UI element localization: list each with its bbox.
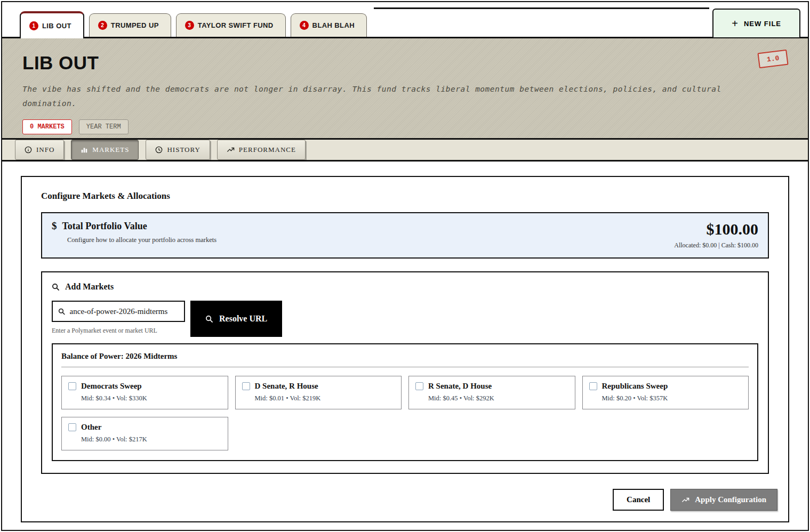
tab-markets[interactable]: MARKETS [71,140,139,160]
new-file-label: NEW FILE [744,20,781,28]
portfolio-title: Total Portfolio Value [62,221,147,232]
market-stats: Mid: $0.01 • Vol: $219K [255,394,395,402]
cancel-button[interactable]: Cancel [613,489,664,511]
tab-number-badge: 3 [185,21,194,30]
actions-row: Cancel Apply Configuration [31,489,779,511]
markets-count-badge: 0 MARKETS [22,119,72,134]
resolve-url-label: Resolve URL [219,314,267,324]
configure-markets-panel: Configure Markets & Allocations $ Total … [21,176,789,522]
market-option-card[interactable]: Other Mid: $0.00 • Vol: $217K [61,417,228,450]
file-tab-label: LIB OUT [42,22,71,30]
tab-info[interactable]: INFO [15,140,64,160]
market-name: Democrats Sweep [81,382,142,391]
apply-configuration-label: Apply Configuration [695,495,766,504]
new-file-button[interactable]: + NEW FILE [712,9,800,38]
bar-chart-icon [81,146,88,154]
tab-number-badge: 1 [29,21,38,30]
apply-configuration-button[interactable]: Apply Configuration [670,489,777,511]
market-checkbox[interactable] [68,382,76,390]
app-window: 1 LIB OUT 2 TRUMPED UP 3 TAYLOR SWIFT FU… [1,1,809,531]
trend-icon [227,146,235,154]
fund-header: LIB OUT 1.0 The vibe has shifted and the… [2,38,808,140]
market-stats: Mid: $0.45 • Vol: $292K [428,394,568,402]
tab-number-badge: 2 [98,21,107,30]
file-tab-label: TRUMPED UP [111,21,159,29]
market-checkbox[interactable] [68,423,76,431]
plus-icon: + [732,18,739,29]
market-url-group: Enter a Polymarket event or market URL [52,301,185,335]
tab-bar-divider [374,7,709,9]
fund-badge-row: 0 MARKETS YEAR TERM [22,119,788,134]
nav-label: PERFORMANCE [239,146,296,154]
tab-number-badge: 4 [300,21,309,30]
file-tab-lib-out[interactable]: 1 LIB OUT [20,11,84,38]
event-title: Balance of Power: 2026 Midterms [61,352,749,367]
market-option-card[interactable]: Democrats Sweep Mid: $0.34 • Vol: $330K [61,376,228,409]
trend-icon [681,496,689,504]
market-stats: Mid: $0.00 • Vol: $217K [81,436,221,444]
market-option-card[interactable]: D Senate, R House Mid: $0.01 • Vol: $219… [235,376,402,409]
market-name: Other [81,423,101,432]
market-checkbox[interactable] [415,382,423,390]
portfolio-value: $100.00 [674,220,758,238]
market-url-helper: Enter a Polymarket event or market URL [52,327,185,335]
market-stats: Mid: $0.20 • Vol: $357K [602,394,742,402]
tab-history[interactable]: HISTORY [146,140,210,160]
resolve-url-button[interactable]: Resolve URL [190,301,282,337]
configure-heading: Configure Markets & Allocations [41,191,779,201]
market-name: D Senate, R House [255,382,318,391]
fund-title: LIB OUT [22,52,788,74]
section-nav: INFO MARKETS HISTORY PERFORMANCE [2,140,808,162]
nav-label: MARKETS [92,146,129,154]
file-tab-taylor-swift-fund[interactable]: 3 TAYLOR SWIFT FUND [176,13,286,37]
search-icon [52,283,60,291]
file-tab-blah-blah[interactable]: 4 BLAH BLAH [291,13,367,37]
main-content: Configure Markets & Allocations $ Total … [2,162,808,531]
term-badge: YEAR TERM [79,119,129,134]
add-markets-panel: Add Markets Enter a Polymarket event or … [41,271,769,474]
market-checkbox[interactable] [242,382,250,390]
total-portfolio-panel: $ Total Portfolio Value Configure how to… [41,212,769,259]
portfolio-right: $100.00 Allocated: $0.00 | Cash: $100.00 [674,220,758,249]
clock-icon [155,146,163,154]
market-options-grid: Democrats Sweep Mid: $0.34 • Vol: $330K … [61,376,749,450]
market-name: R Senate, D House [428,382,492,391]
nav-label: INFO [36,146,54,154]
market-url-input[interactable] [70,307,179,316]
tab-performance[interactable]: PERFORMANCE [217,140,306,160]
market-name: Republicans Sweep [602,382,668,391]
market-option-card[interactable]: R Senate, D House Mid: $0.45 • Vol: $292… [408,376,575,409]
market-checkbox[interactable] [589,382,597,390]
dollar-icon: $ [52,220,57,232]
market-stats: Mid: $0.34 • Vol: $330K [81,394,221,402]
file-tab-bar: 1 LIB OUT 2 TRUMPED UP 3 TAYLOR SWIFT FU… [2,2,808,38]
search-icon [205,315,213,323]
event-results-box: Balance of Power: 2026 Midterms Democrat… [52,343,758,461]
file-tab-label: BLAH BLAH [312,21,355,29]
fund-description: The vibe has shifted and the democrats a… [22,82,766,111]
file-tab-trumped-up[interactable]: 2 TRUMPED UP [89,13,171,37]
file-tab-label: TAYLOR SWIFT FUND [198,21,274,29]
portfolio-allocation-details: Allocated: $0.00 | Cash: $100.00 [674,241,758,249]
search-icon [58,308,66,316]
portfolio-subtitle: Configure how to allocate your portfolio… [67,236,216,244]
market-url-row: Enter a Polymarket event or market URL R… [52,301,758,337]
portfolio-left: $ Total Portfolio Value Configure how to… [52,220,216,244]
add-markets-heading: Add Markets [65,282,114,292]
info-icon [25,146,32,154]
nav-label: HISTORY [167,146,200,154]
market-url-inputbox [52,301,185,322]
market-option-card[interactable]: Republicans Sweep Mid: $0.20 • Vol: $357… [582,376,749,409]
